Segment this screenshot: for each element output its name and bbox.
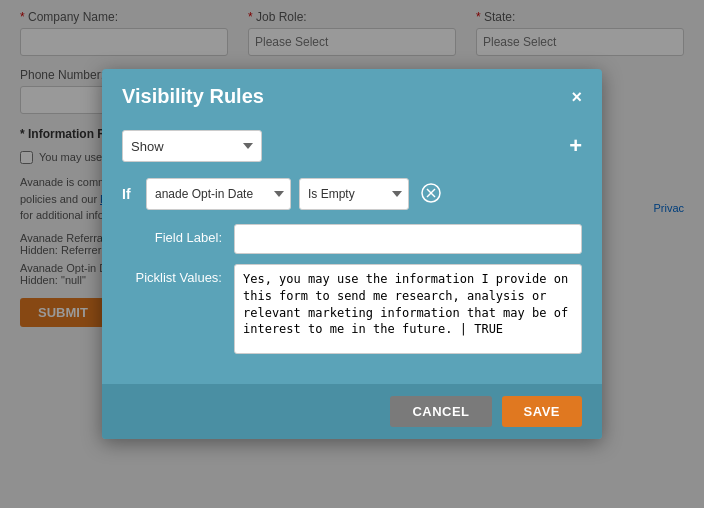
if-label: If	[122, 186, 138, 202]
show-row: Show Hide +	[122, 130, 582, 162]
modal-footer: CANCEL SAVE	[102, 384, 602, 439]
visibility-rules-modal: Visibility Rules × Show Hide + If anade …	[102, 69, 602, 439]
remove-rule-button[interactable]	[421, 183, 441, 206]
cancel-button[interactable]: CANCEL	[390, 396, 491, 427]
picklist-label-text: Picklist Values:	[122, 264, 222, 285]
condition-select[interactable]: Is Empty Is Not Empty Equals Not Equals	[299, 178, 409, 210]
modal-body: Show Hide + If anade Opt-in Date Company…	[102, 120, 602, 384]
save-button[interactable]: SAVE	[502, 396, 582, 427]
field-select[interactable]: anade Opt-in Date Company Name Job Role …	[146, 178, 291, 210]
picklist-row: Picklist Values: Yes, you may use the in…	[122, 264, 582, 354]
field-label-row: Field Label:	[122, 224, 582, 254]
show-select[interactable]: Show Hide	[122, 130, 262, 162]
if-row: If anade Opt-in Date Company Name Job Ro…	[122, 178, 582, 210]
modal-title: Visibility Rules	[122, 85, 264, 108]
add-rule-button[interactable]: +	[569, 135, 582, 157]
modal-overlay: Visibility Rules × Show Hide + If anade …	[0, 0, 704, 508]
field-label-text: Field Label:	[122, 224, 222, 245]
modal-header: Visibility Rules ×	[102, 69, 602, 120]
field-label-input[interactable]	[234, 224, 582, 254]
picklist-textarea[interactable]: Yes, you may use the information I provi…	[234, 264, 582, 354]
modal-close-button[interactable]: ×	[571, 88, 582, 106]
